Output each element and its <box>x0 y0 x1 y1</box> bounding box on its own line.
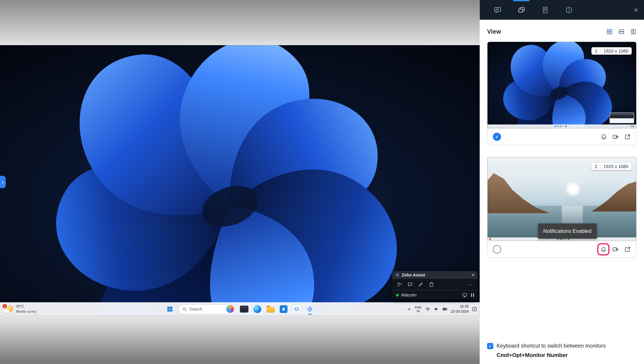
tab-info[interactable] <box>557 0 581 20</box>
connected-user-name: Malcolm <box>401 293 416 297</box>
notification-center-icon[interactable] <box>472 306 477 312</box>
weather-condition: Mostly sunny <box>16 309 36 314</box>
widget-toolbar: ⋯ <box>392 279 478 290</box>
monitor-card-2: 2 1920 x 1080 Notifications Enabled <box>487 157 636 258</box>
mini-taskbar <box>488 124 636 128</box>
microsoft-store-icon[interactable] <box>279 304 288 314</box>
tray-time: 15:26 <box>451 304 469 309</box>
taskbar-center: Search <box>165 303 314 316</box>
open-in-new-window-icon <box>624 134 631 140</box>
monitor-1-open-new-window-button[interactable] <box>624 134 631 140</box>
expand-toolbar-tab[interactable]: › <box>0 176 6 188</box>
monitor-1-share-screen-button[interactable] <box>612 134 619 140</box>
open-window-thumbnail[interactable] <box>239 304 249 314</box>
tray-date: 22-03-2024 <box>451 309 469 314</box>
annotate-icon[interactable] <box>418 282 423 287</box>
weather-icon: 1 <box>3 304 14 314</box>
widget-user-row: Malcolm <box>392 290 478 300</box>
notes-tab-icon <box>541 6 549 14</box>
remote-taskbar: 1 33°C Mostly sunny Search <box>0 302 480 316</box>
remote-viewer-area: 1 33°C Mostly sunny Search <box>0 0 480 364</box>
remote-screen[interactable]: 1 33°C Mostly sunny Search <box>0 45 480 316</box>
monitor-1-notifications-button[interactable] <box>600 134 607 140</box>
zoho-assist-taskbar-icon[interactable] <box>305 304 314 314</box>
wifi-icon[interactable] <box>425 306 430 312</box>
monitor-resolution: 1920 x 1080 <box>604 164 628 169</box>
participants-icon[interactable] <box>397 282 402 287</box>
monitor-1-resolution-pill: 1 1920 x 1080 <box>592 47 632 55</box>
weather-temp: 33°C <box>16 304 36 309</box>
monitor-icon[interactable] <box>462 292 467 298</box>
pause-icon[interactable] <box>471 293 474 297</box>
rows-layout-icon[interactable] <box>618 28 624 35</box>
monitor-2-share-screen-button[interactable] <box>612 246 619 252</box>
monitor-number: 2 <box>595 164 597 169</box>
clipboard-icon[interactable] <box>429 282 434 287</box>
panel-title: View <box>487 28 501 35</box>
side-panel: ✕ View 1 1 <box>480 0 644 364</box>
monitor-number: 1 <box>595 48 597 54</box>
grid-layout-icon[interactable] <box>606 28 613 35</box>
monitor-2-notifications-button-highlighted[interactable] <box>598 244 608 254</box>
columns-layout-icon[interactable] <box>630 28 636 35</box>
file-explorer-icon[interactable] <box>266 304 275 314</box>
shortcut-label: Keyboard shortcut to switch between moni… <box>497 342 606 349</box>
monitor-2-resolution-pill: 2 1920 x 1080 <box>592 163 632 170</box>
widget-close-icon[interactable]: ✕ <box>471 273 475 277</box>
volume-icon[interactable] <box>434 306 439 312</box>
search-icon <box>182 307 187 312</box>
tab-chat[interactable] <box>486 0 510 20</box>
more-options-icon[interactable]: ⋯ <box>468 282 473 287</box>
monitor-2-unselected-radio[interactable] <box>493 245 501 254</box>
chat-icon[interactable] <box>408 282 413 287</box>
view-header: View <box>480 20 644 42</box>
bell-icon <box>600 134 607 140</box>
keyboard-shortcut-section: ✓ Keyboard shortcut to switch between mo… <box>480 342 644 364</box>
info-tab-icon <box>565 6 573 14</box>
weather-widget[interactable]: 1 33°C Mostly sunny <box>3 303 36 316</box>
battery-icon[interactable] <box>442 306 448 312</box>
monitors-tab-icon <box>517 6 525 14</box>
monitor-1-footer: ✓ <box>488 128 636 145</box>
share-screen-icon <box>612 246 619 252</box>
mail-icon[interactable] <box>292 304 301 314</box>
zoho-assist-logo <box>395 273 400 277</box>
widget-title-bar[interactable]: Zoho Assist ✕ <box>392 271 478 279</box>
system-tray: ENG IN 15:26 22-03-2024 <box>407 303 477 316</box>
notifications-enabled-tooltip: Notifications Enabled <box>538 224 597 238</box>
share-screen-icon <box>612 134 619 140</box>
tab-monitors[interactable] <box>509 0 533 20</box>
monitor-resolution: 1920 x 1080 <box>604 48 628 54</box>
tab-notes[interactable] <box>533 0 557 20</box>
tray-chevron-up-icon[interactable] <box>407 307 412 312</box>
monitor-2-footer <box>488 241 636 258</box>
chevron-right-icon: › <box>2 179 4 185</box>
panel-tab-bar: ✕ <box>480 0 644 20</box>
search-highlights-icon <box>226 305 234 313</box>
weather-text: 33°C Mostly sunny <box>16 304 36 314</box>
panel-close-icon[interactable]: ✕ <box>634 7 638 12</box>
mini-assist-widget <box>610 112 634 123</box>
check-icon: ✓ <box>488 344 492 348</box>
clock[interactable]: 15:26 22-03-2024 <box>451 304 469 314</box>
monitor-card-1: 1 1920 x 1080 ✓ <box>487 42 636 146</box>
taskbar-search[interactable]: Search <box>178 304 236 314</box>
language-indicator[interactable]: ENG IN <box>415 306 422 313</box>
monitor-1-thumbnail[interactable]: 1 1920 x 1080 <box>488 42 636 128</box>
weather-badge: 1 <box>2 303 8 308</box>
layout-switcher <box>606 28 637 35</box>
shortcut-keys: Cmd+Opt+Monitor Number <box>497 352 637 358</box>
online-status-dot <box>396 294 399 296</box>
zoho-assist-widget: Zoho Assist ✕ ⋯ Malcolm <box>392 271 478 300</box>
chat-tab-icon <box>494 6 501 14</box>
monitor-1-selected-radio[interactable]: ✓ <box>493 133 501 141</box>
open-in-new-window-icon <box>624 246 631 252</box>
cloud-icon <box>3 310 9 313</box>
edge-browser-icon[interactable] <box>252 304 262 314</box>
zoho-assist-session-window: 1 33°C Mostly sunny Search <box>0 0 644 364</box>
sun <box>565 180 581 197</box>
start-button[interactable] <box>165 304 174 314</box>
widget-title: Zoho Assist <box>402 273 425 277</box>
monitor-2-open-new-window-button[interactable] <box>624 246 631 252</box>
shortcut-checkbox[interactable]: ✓ <box>487 343 493 349</box>
